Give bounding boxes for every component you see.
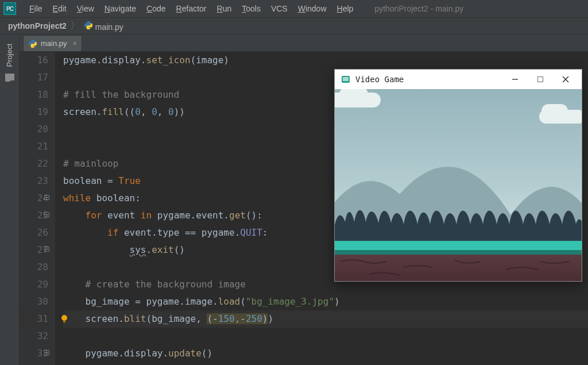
gutter-line: 20: [20, 121, 48, 138]
maximize-icon[interactable]: [528, 71, 553, 88]
game-window: Video Game: [334, 69, 582, 282]
gutter-line: 27: [20, 241, 48, 259]
gutter-line: 25: [20, 207, 48, 224]
breadcrumb-bar: pythonProject2 〉 main.py: [0, 17, 588, 34]
svg-rect-7: [63, 320, 65, 322]
menu-view[interactable]: View: [72, 0, 99, 17]
gutter-line: 29: [20, 276, 48, 293]
gutter-line: 16: [20, 52, 48, 69]
gutter-line: 26: [20, 224, 48, 241]
gutter-line: 17: [20, 69, 48, 86]
ground-graphic: [335, 241, 582, 281]
svg-rect-1: [343, 77, 349, 81]
minimize-icon[interactable]: [502, 71, 528, 88]
close-tab-icon[interactable]: ×: [73, 39, 78, 48]
window-title: pythonProject2 - main.py: [374, 4, 463, 13]
game-window-title: Video Game: [355, 75, 404, 84]
editor-tabs: main.py ×: [20, 34, 588, 52]
code-line[interactable]: [63, 328, 588, 345]
close-window-icon[interactable]: [553, 71, 578, 88]
editor-tab-main[interactable]: main.py ×: [23, 35, 82, 51]
fold-icon[interactable]: [44, 247, 49, 252]
menu-refactor[interactable]: Refactor: [171, 0, 212, 17]
gutter-line: 28: [20, 259, 48, 276]
gutter-line: 19: [20, 103, 48, 121]
menu-help[interactable]: Help: [332, 0, 359, 17]
gutter-line: 31: [20, 310, 48, 328]
gutter-line: 23: [20, 172, 48, 190]
svg-point-6: [61, 315, 67, 321]
gutter-line: 24: [20, 190, 48, 207]
gutter-line: 22: [20, 155, 48, 172]
gutter-line: 33: [20, 345, 48, 362]
bush-graphic: [335, 199, 582, 242]
python-file-icon: [84, 21, 93, 30]
menu-run[interactable]: Run: [212, 0, 237, 17]
gutter-line: 30: [20, 293, 48, 310]
pycharm-app-icon: PC: [3, 2, 16, 15]
code-editor[interactable]: 161718192021222324252627282930313233 pyg…: [20, 52, 588, 365]
menu-edit[interactable]: Edit: [48, 0, 72, 17]
gutter-line: 18: [20, 86, 48, 103]
code-line[interactable]: pygame.display.set_icon(image): [63, 52, 588, 69]
line-gutter: 161718192021222324252627282930313233: [20, 52, 55, 365]
code-line[interactable]: pygame.display.update(): [63, 345, 588, 362]
project-tool-tab[interactable]: Project: [4, 38, 15, 70]
menu-window[interactable]: Window: [293, 0, 332, 17]
python-file-icon: [28, 39, 37, 48]
intention-bulb-icon[interactable]: [60, 314, 69, 326]
breadcrumb-separator: 〉: [70, 18, 80, 32]
menu-file[interactable]: File: [24, 0, 48, 17]
game-window-titlebar[interactable]: Video Game: [335, 70, 582, 89]
fold-icon[interactable]: [44, 195, 49, 200]
code-line[interactable]: bg_image = pygame.image.load("bg_image_3…: [63, 293, 588, 310]
menu-code[interactable]: Code: [141, 0, 171, 17]
menu-navigate[interactable]: Navigate: [99, 0, 141, 17]
game-canvas: [335, 89, 582, 281]
folder-icon[interactable]: [5, 74, 14, 82]
game-window-icon: [341, 74, 351, 84]
tool-sidebar: Project: [0, 34, 20, 365]
breadcrumb-file[interactable]: main.py: [84, 21, 123, 32]
fold-icon[interactable]: [44, 212, 49, 217]
code-line[interactable]: screen.blit(bg_image, (-150,-250)): [63, 310, 588, 328]
fold-icon[interactable]: [44, 350, 49, 355]
gutter-line: 21: [20, 138, 48, 155]
gutter-line: 32: [20, 328, 48, 345]
breadcrumb-project[interactable]: pythonProject2: [8, 21, 67, 30]
menu-vcs[interactable]: VCS: [266, 0, 293, 17]
svg-rect-3: [538, 77, 543, 82]
menu-tools[interactable]: Tools: [237, 0, 266, 17]
menu-bar: PC FileEditViewNavigateCodeRefactorRunTo…: [0, 0, 588, 17]
